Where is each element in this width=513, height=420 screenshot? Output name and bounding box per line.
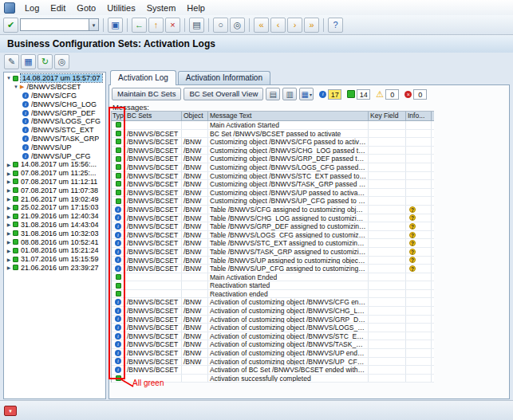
chevron-right-icon[interactable]: ▶ — [6, 222, 12, 227]
save-button[interactable]: ▣ — [108, 18, 123, 33]
print-button[interactable]: ▤ — [266, 88, 280, 100]
question-icon[interactable] — [409, 249, 416, 255]
chevron-right-icon[interactable]: ▶ — [6, 162, 12, 167]
table-row[interactable]: /BNWVS/BCSET /BNW Customizing object /BN… — [112, 172, 434, 181]
first-page-button[interactable]: « — [254, 18, 269, 33]
table-row[interactable]: /BNWVS/BCSET /BNW Activation of customiz… — [112, 340, 434, 349]
table-row[interactable]: /BNWVS/BCSET /BNW Table /BNWVS/CFG assig… — [112, 206, 434, 214]
chevron-right-icon[interactable]: ▶ — [6, 196, 12, 202]
question-icon[interactable] — [409, 223, 416, 230]
question-icon[interactable] — [409, 206, 416, 213]
table-row[interactable]: Main Activation Ended — [112, 273, 434, 282]
table-row[interactable]: /BNWVS/BCSET /BNW Activation of customiz… — [112, 332, 434, 341]
table-row[interactable]: /BNWVS/BCSET BC Set /BNWVS/BCSET passed … — [112, 130, 434, 139]
table-row[interactable]: /BNWVS/BCSET /BNW Activation of customiz… — [112, 349, 434, 358]
question-icon[interactable] — [409, 257, 416, 263]
find-button[interactable]: ○ — [213, 18, 228, 33]
tree-item-log[interactable]: ▶ 25.02.2017 um 17:15:03 — [4, 203, 105, 212]
table-row[interactable]: /BNWVS/BCSET /BNW Table /BNWVS/UP assign… — [112, 257, 434, 265]
menu-item[interactable]: System — [141, 2, 182, 14]
tree-item-bcset[interactable]: ▼ ▶ /BNWVS/BCSET — [4, 83, 105, 92]
table-row[interactable]: /BNWVS/BCSET /BNW Customizing object /BN… — [112, 163, 434, 172]
chevron-right-icon[interactable]: ▶ — [6, 248, 12, 253]
chevron-right-icon[interactable]: ▶ — [6, 214, 12, 219]
tree-item-object[interactable]: /BNWVS/LOGS_CFG — [4, 117, 105, 126]
tree-item-log[interactable]: ▶ 07.08.2017 um 11:25:... — [4, 169, 105, 178]
table-row[interactable]: /BNWVS/BCSET /BNW Customizing object /BN… — [112, 138, 434, 147]
chevron-right-icon[interactable]: ▶ — [6, 179, 12, 184]
command-input[interactable] — [20, 18, 89, 31]
tree-item-object[interactable]: /BNWVS/CFG — [4, 92, 105, 100]
question-icon[interactable] — [409, 214, 416, 221]
tree-item-log[interactable]: ▶ 07.08.2017 um 11:12:11 — [4, 178, 105, 186]
error-count[interactable]: 0 — [404, 89, 427, 100]
table-row[interactable]: /BNWVS/BCSET /BNW Table /BNWVS/LOGS_CFG … — [112, 231, 434, 240]
question-icon[interactable] — [409, 232, 416, 238]
tree-item-object[interactable]: /BNWVS/CHG_LOG — [4, 100, 105, 108]
chevron-down-icon[interactable]: ▼ — [6, 76, 12, 80]
chevron-right-icon[interactable]: ▶ — [6, 171, 12, 176]
chevron-down-icon[interactable]: ▾ — [89, 18, 99, 31]
table-row[interactable]: /BNWVS/BCSET /BNW Activation of customiz… — [112, 307, 434, 316]
page-up-button[interactable]: ‹ — [270, 18, 286, 33]
menu-item[interactable]: Goto — [71, 2, 101, 14]
tree-item-log[interactable]: ▶ 31.08.2016 um 10:32:03 — [4, 229, 105, 237]
menu-item[interactable]: Help — [181, 2, 211, 14]
tree-item-log[interactable]: ▶ 07.08.2017 um 11:07:38 — [4, 186, 105, 194]
layout-button[interactable]: ▦▾ — [299, 88, 314, 100]
chevron-right-icon[interactable]: ▶ — [6, 239, 12, 245]
exit-button[interactable]: ↑ — [148, 18, 164, 33]
grid-button[interactable]: ▦ — [21, 54, 36, 69]
status-message-dropdown[interactable]: ▾ — [4, 406, 17, 416]
bc-set-overall-view-button[interactable]: BC Set Overall View — [183, 88, 263, 100]
enter-button[interactable]: ✔ — [3, 18, 18, 33]
chevron-right-icon[interactable]: ▶ — [6, 230, 12, 236]
tree-item-object[interactable]: /BNWVS/TASK_GRP — [4, 135, 105, 143]
table-row[interactable]: /BNWVS/BCSET /BNW Customizing object /BN… — [112, 180, 434, 189]
menu-item[interactable]: Log — [19, 2, 45, 14]
tree-item-log[interactable]: ▶ 14.08.2017 um 15:56:... — [4, 160, 105, 169]
tree-item-log[interactable]: ▶ 21.06.2017 um 19:02:49 — [4, 194, 105, 203]
refresh-button[interactable]: ↻ — [37, 54, 53, 69]
warning-count[interactable]: ⚠ 0 — [376, 89, 399, 100]
chevron-right-icon[interactable]: ▶ — [6, 205, 12, 210]
tree-item-object[interactable]: /BNWVS/UP_CFG — [4, 151, 105, 160]
table-row[interactable]: /BNWVS/BCSET Activation of BC Set /BNWVS… — [112, 366, 434, 375]
table-row[interactable]: /BNWVS/BCSET /BNW Customizing object /BN… — [112, 147, 434, 155]
find-next-button[interactable]: ◎ — [230, 18, 245, 33]
tree-item-object[interactable]: /BNWVS/STC_EXT — [4, 126, 105, 135]
table-row[interactable]: /BNWVS/BCSET /BNW Customizing object /BN… — [112, 197, 434, 206]
table-row[interactable]: /BNWVS/BCSET /BNW Table /BNWVS/GRP_DEF a… — [112, 222, 434, 231]
last-page-button[interactable]: » — [304, 18, 319, 33]
page-down-button[interactable]: › — [287, 18, 302, 33]
back-button[interactable]: ← — [132, 18, 147, 33]
table-row[interactable]: /BNWVS/BCSET /BNW Customizing object /BN… — [112, 155, 434, 163]
tree-item-log[interactable]: ▶ 21.09.2016 um 12:40:34 — [4, 212, 105, 221]
table-row[interactable]: /BNWVS/BCSET /BNW Table /BNWVS/UP_CFG as… — [112, 265, 434, 273]
chevron-right-icon[interactable]: ▶ — [6, 187, 12, 193]
tab-activation-information[interactable]: Activation Information — [178, 71, 270, 84]
chevron-right-icon[interactable]: ▶ — [6, 257, 12, 262]
help-button[interactable]: ? — [328, 18, 343, 33]
table-row[interactable]: /BNWVS/BCSET /BNW Customizing object /BN… — [112, 189, 434, 198]
tree-item-object[interactable]: /BNWVS/UP — [4, 143, 105, 151]
table-row[interactable]: /BNWVS/BCSET /BNW Activation of customiz… — [112, 298, 434, 307]
tree-item-log[interactable]: ▶ 01.08.2016 um 15:21:24 — [4, 246, 105, 255]
information-count[interactable]: 17 — [319, 89, 341, 100]
tree-item-log[interactable]: ▶ 21.06.2016 um 23:39:27 — [4, 264, 105, 273]
table-row[interactable]: /BNWVS/BCSET /BNW Table /BNWVS/CHG_LOG a… — [112, 214, 434, 223]
menu-item[interactable]: Edit — [45, 2, 71, 14]
tab-activation-log[interactable]: Activation Log — [110, 70, 176, 85]
table-row[interactable]: Main Activation Started — [112, 121, 434, 130]
export-button[interactable]: ▥ — [282, 88, 297, 100]
table-row[interactable]: /BNWVS/BCSET /BNW Activation of customiz… — [112, 358, 434, 367]
table-row[interactable]: /BNWVS/BCSET /BNW Activation of customiz… — [112, 324, 434, 332]
edit-button[interactable]: ✎ — [4, 54, 19, 69]
table-row[interactable]: Reactivation started — [112, 281, 434, 290]
table-row[interactable]: /BNWVS/BCSET /BNW Table /BNWVS/STC_EXT a… — [112, 239, 434, 248]
tree-item-current-log[interactable]: ▼ 14.08.2017 um 15:57:07 — [4, 74, 105, 83]
question-icon[interactable] — [409, 265, 416, 272]
table-row[interactable]: Reactivation ended — [112, 290, 434, 299]
tree-item-log[interactable]: ▶ 31.07.2016 um 15:15:59 — [4, 255, 105, 264]
search-button[interactable]: ◎ — [54, 54, 69, 69]
